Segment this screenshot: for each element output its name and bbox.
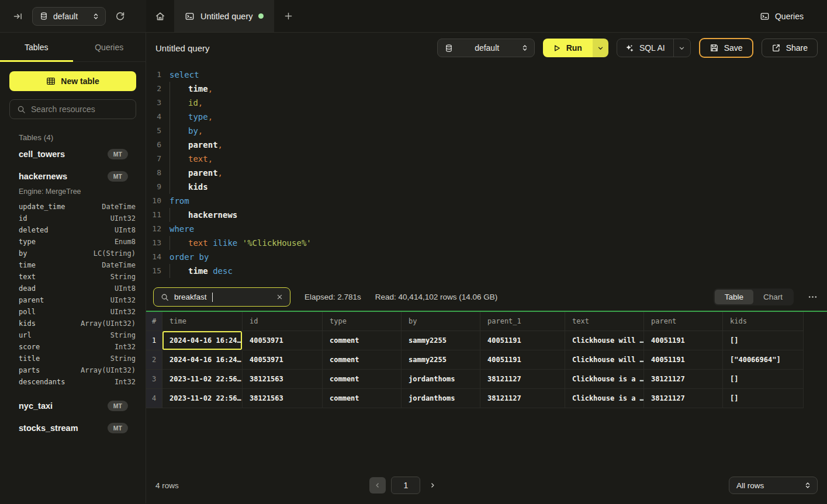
sidebar-tab-queries[interactable]: Queries [73, 33, 146, 61]
text-caret [212, 293, 213, 302]
table-cell[interactable]: [] [723, 331, 804, 350]
editor-line[interactable]: 10from [146, 194, 827, 208]
table-cell[interactable]: 2023-11-02 22:56… [162, 370, 243, 389]
column-header-time[interactable]: time [162, 312, 243, 331]
column-header-num[interactable]: # [146, 312, 162, 331]
table-cell[interactable]: 38121127 [644, 389, 723, 408]
row-number[interactable]: 2 [146, 350, 162, 370]
row-number[interactable]: 4 [146, 389, 162, 408]
sql-ai-button[interactable]: SQL AI [617, 39, 673, 57]
table-cell[interactable]: 40053971 [243, 350, 323, 370]
current-page-indicator[interactable]: 1 [391, 477, 420, 494]
table-cell[interactable]: Clickhouse is a … [565, 370, 644, 389]
tab-strip: Untitled query Queries [146, 0, 827, 32]
column-header-parent_1[interactable]: parent_1 [480, 312, 565, 331]
editor-line[interactable]: 15time desc [146, 264, 827, 278]
new-tab-button[interactable] [274, 0, 302, 32]
editor-line[interactable]: 5by, [146, 124, 827, 138]
sidebar-tabs: Tables Queries [0, 33, 146, 62]
column-list: update_timeDateTimeidUInt32deletedUInt8t… [0, 201, 146, 395]
table-cell[interactable]: [] [723, 389, 804, 408]
table-cell[interactable]: 40053971 [243, 331, 323, 350]
run-options-button[interactable] [593, 39, 608, 57]
table-cell[interactable]: jordanthoms [402, 389, 480, 408]
row-number[interactable]: 1 [146, 331, 162, 350]
column-header-type[interactable]: type [323, 312, 402, 331]
sidebar-table-hackernews[interactable]: hackernewsMT [0, 165, 146, 187]
table-cell[interactable]: 38121127 [644, 370, 723, 389]
sql-ai-options-button[interactable] [673, 39, 690, 57]
page-size-selector[interactable]: All rows [729, 477, 818, 494]
table-cell[interactable]: 38121563 [243, 370, 323, 389]
editor-line[interactable]: 9kids [146, 180, 827, 194]
table-cell[interactable]: comment [323, 389, 402, 408]
home-button[interactable] [146, 0, 174, 32]
column-header-parent[interactable]: parent [644, 312, 723, 331]
table-cell[interactable]: 40051191 [644, 331, 723, 350]
editor-line[interactable]: 2time, [146, 82, 827, 96]
sidebar-table-nyc_taxi[interactable]: nyc_taxiMT [0, 395, 146, 417]
table-cell[interactable]: 38121563 [243, 389, 323, 408]
view-toggle-table[interactable]: Table [715, 290, 753, 304]
sidebar-tab-tables[interactable]: Tables [0, 33, 73, 61]
table-cell[interactable]: 2024-04-16 16:24… [162, 350, 243, 370]
share-button[interactable]: Share [762, 39, 818, 57]
pagination: 1 [369, 477, 436, 494]
table-cell[interactable]: [] [723, 370, 804, 389]
table-cell[interactable]: comment [323, 350, 402, 370]
table-cell[interactable]: 40051191 [480, 331, 565, 350]
column-header-kids[interactable]: kids [723, 312, 804, 331]
table-cell[interactable]: sammy2255 [402, 331, 480, 350]
results-more-button[interactable] [808, 292, 818, 302]
row-number[interactable]: 3 [146, 370, 162, 389]
table-cell[interactable]: Clickhouse is a … [565, 389, 644, 408]
database-selector-main[interactable]: default [437, 39, 535, 57]
column-row: descendantsInt32 [0, 376, 146, 388]
table-cell[interactable]: 2024-04-16 16:24… [162, 331, 243, 350]
editor-line[interactable]: 4type, [146, 110, 827, 124]
collapse-sidebar-button[interactable] [13, 12, 23, 21]
queries-button[interactable]: Queries [760, 0, 804, 32]
next-page-button[interactable] [429, 482, 436, 489]
database-selector[interactable]: default [32, 7, 106, 26]
new-table-button[interactable]: New table [9, 71, 136, 91]
column-header-text[interactable]: text [565, 312, 644, 331]
editor-line[interactable]: 13text ilike '%ClickHouse%' [146, 236, 827, 250]
editor-line[interactable]: 6parent, [146, 138, 827, 152]
search-icon [161, 293, 169, 301]
previous-page-button[interactable] [369, 477, 386, 493]
table-cell[interactable]: 40051191 [480, 350, 565, 370]
column-row: timeDateTime [0, 259, 146, 271]
sidebar-table-cell_towers[interactable]: cell_towersMT [0, 143, 146, 165]
sidebar-table-stocks_stream[interactable]: stocks_streamMT [0, 417, 146, 439]
editor-line[interactable]: 11hackernews [146, 208, 827, 222]
table-cell[interactable]: 38121127 [480, 389, 565, 408]
results-search-input[interactable]: breakfast [153, 287, 290, 307]
clear-search-button[interactable] [276, 294, 283, 300]
run-button[interactable]: Run [543, 39, 593, 57]
editor-line[interactable]: 8parent, [146, 166, 827, 180]
table-cell[interactable]: comment [323, 370, 402, 389]
table-cell[interactable]: jordanthoms [402, 370, 480, 389]
table-cell[interactable]: sammy2255 [402, 350, 480, 370]
table-cell[interactable]: 38121127 [480, 370, 565, 389]
refresh-button[interactable] [115, 11, 125, 21]
table-cell[interactable]: 2023-11-02 22:56… [162, 389, 243, 408]
tab-untitled-query[interactable]: Untitled query [174, 0, 274, 32]
sql-editor[interactable]: 1select2time,3id,4type,5by,6parent,7text… [146, 63, 827, 283]
table-cell[interactable]: Clickhouse will … [565, 350, 644, 370]
resource-search-input[interactable]: Search resources [9, 99, 136, 119]
table-cell[interactable]: 40051191 [644, 350, 723, 370]
column-header-by[interactable]: by [402, 312, 480, 331]
save-button[interactable]: Save [699, 38, 753, 58]
column-header-id[interactable]: id [243, 312, 323, 331]
editor-line[interactable]: 7text, [146, 152, 827, 166]
table-cell[interactable]: ["40066964"] [723, 350, 804, 370]
editor-line[interactable]: 1select [146, 68, 827, 82]
editor-line[interactable]: 12where [146, 222, 827, 236]
editor-line[interactable]: 14order by [146, 250, 827, 264]
table-cell[interactable]: Clickhouse will … [565, 331, 644, 350]
view-toggle-chart[interactable]: Chart [753, 290, 793, 304]
table-cell[interactable]: comment [323, 331, 402, 350]
editor-line[interactable]: 3id, [146, 96, 827, 110]
